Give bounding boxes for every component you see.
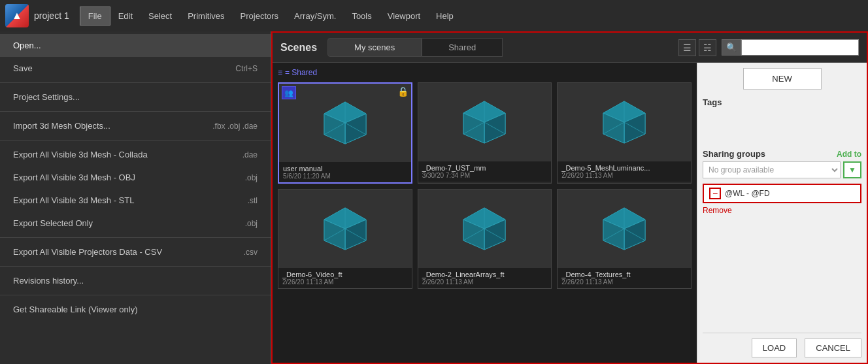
export-csv-label: Export All Visible Projectors Data - CSV	[13, 247, 162, 257]
export-obj-label: Export All Visible 3d Mesh - OBJ	[13, 173, 135, 182]
scene-name-3: _Demo-6_Video_ft	[282, 271, 408, 278]
export-collada-label: Export All Visible 3d Mesh - Collada	[13, 150, 148, 159]
main-layout: Open... Save Ctrl+S Project Settings... …	[0, 31, 868, 364]
scene-name-2: _Demo-5_MeshLuminanc...	[561, 164, 687, 172]
scene-thumb-1	[418, 83, 552, 161]
scene-card-4[interactable]: _Demo-2_LinearArrays_ft 2/26/20 11:13 AM	[418, 189, 552, 289]
group-add-button[interactable]: ▼	[843, 161, 861, 178]
grid-view-button[interactable]: ☵	[699, 39, 716, 56]
scene-date-1: 3/30/20 7:34 PM	[422, 172, 548, 179]
lock-icon-0: 🔒	[397, 86, 409, 97]
list-view-button[interactable]: ☰	[678, 39, 696, 56]
menu-item-import-3d[interactable]: Import 3d Mesh Objects... .fbx .obj .dae	[0, 114, 271, 137]
scene-thumb-0: 👥 🔒	[279, 84, 411, 162]
export-stl-shortcut: .stl	[248, 196, 258, 205]
divider-4	[0, 237, 271, 238]
export-obj-shortcut: .obj	[245, 173, 258, 182]
menu-bar: File Edit Select Primitives Projectors A…	[80, 7, 461, 25]
menu-item-export-stl[interactable]: Export All Visible 3d Mesh - STL .stl	[0, 189, 271, 212]
scene-card-2[interactable]: _Demo-5_MeshLuminanc... 2/26/20 11:13 AM	[557, 82, 692, 184]
sidebar-bottom: LOAD CANCEL	[703, 333, 861, 357]
menu-item-save[interactable]: Save Ctrl+S	[0, 57, 271, 80]
menu-primitives[interactable]: Primitives	[180, 7, 232, 25]
export-stl-label: Export All Visible 3d Mesh - STL	[13, 195, 134, 205]
export-collada-shortcut: .dae	[242, 150, 258, 159]
save-label: Save	[13, 63, 33, 73]
project-settings-label: Project Settings...	[13, 92, 80, 102]
scene-card-5[interactable]: _Demo-4_Textures_ft 2/26/20 11:13 AM	[557, 189, 692, 289]
scene-thumb-5	[558, 190, 691, 268]
cube-svg-2	[598, 96, 650, 148]
group-name-0: @WL - @FD	[725, 189, 770, 198]
group-select[interactable]: No group available	[703, 161, 841, 178]
view-toggle: ☰ ☵	[678, 39, 716, 56]
export-csv-shortcut: .csv	[244, 248, 258, 257]
scene-info-0: user manual 5/6/20 11:20 AM	[279, 162, 411, 182]
scenes-header: Scenes My scenes Shared ☰ ☵ 🔍	[273, 33, 867, 63]
sharing-groups-title-text: Sharing groups	[703, 149, 765, 159]
revisions-label: Revisions history...	[13, 276, 84, 286]
right-sidebar: NEW Tags Sharing groups Add to No group …	[697, 63, 867, 363]
cancel-button[interactable]: CANCEL	[805, 339, 861, 357]
add-to-label: Add to	[837, 150, 861, 159]
divider-6	[0, 295, 271, 295]
scenes-grid-area: ≡ = Shared 👥 🔒	[273, 63, 697, 363]
scene-name-1: _Demo-7_UST_mm	[422, 164, 548, 172]
menu-item-revisions[interactable]: Revisions history...	[0, 269, 271, 292]
tab-shared[interactable]: Shared	[422, 38, 503, 57]
divider-3	[0, 140, 271, 141]
scenes-panel: Scenes My scenes Shared ☰ ☵ 🔍 ≡ = Shared	[271, 31, 868, 364]
menu-help[interactable]: Help	[428, 7, 461, 25]
scene-info-1: _Demo-7_UST_mm 3/30/20 7:34 PM	[418, 161, 552, 182]
menu-item-project-settings[interactable]: Project Settings...	[0, 86, 271, 108]
new-button[interactable]: NEW	[743, 68, 822, 90]
menu-select[interactable]: Select	[141, 7, 180, 25]
app-logo: ▲	[5, 4, 29, 27]
menu-projectors[interactable]: Projectors	[233, 7, 287, 25]
menu-edit[interactable]: Edit	[110, 7, 141, 25]
import-3d-label: Import 3d Mesh Objects...	[13, 121, 110, 131]
scene-info-5: _Demo-4_Textures_ft 2/26/20 11:13 AM	[558, 268, 691, 288]
tags-title: Tags	[703, 97, 861, 107]
search-input[interactable]	[741, 39, 859, 56]
file-dropdown-menu: Open... Save Ctrl+S Project Settings... …	[0, 31, 271, 364]
menu-item-open[interactable]: Open...	[0, 34, 271, 57]
scene-card-0[interactable]: 👥 🔒	[278, 82, 412, 184]
scene-card-1[interactable]: _Demo-7_UST_mm 3/30/20 7:34 PM	[418, 82, 552, 184]
scene-thumb-2	[558, 83, 691, 161]
divider-5	[0, 266, 271, 267]
menu-item-export-collada[interactable]: Export All Visible 3d Mesh - Collada .da…	[0, 143, 271, 166]
tags-area	[703, 110, 861, 141]
menu-item-export-csv[interactable]: Export All Visible Projectors Data - CSV…	[0, 240, 271, 263]
scene-name-0: user manual	[283, 165, 407, 173]
group-item-0: − @WL - @FD	[703, 184, 861, 203]
menu-arraysym[interactable]: Array/Sym.	[286, 7, 344, 25]
menu-file[interactable]: File	[80, 7, 110, 25]
load-button[interactable]: LOAD	[752, 339, 797, 357]
scene-info-3: _Demo-6_Video_ft 2/26/20 11:13 AM	[278, 268, 412, 288]
sharing-groups-header: Sharing groups Add to	[703, 149, 861, 159]
menu-item-export-selected[interactable]: Export Selected Only .obj	[0, 212, 271, 235]
sidebar-scroll: Tags Sharing groups Add to No group avai…	[703, 97, 861, 333]
menu-item-export-obj[interactable]: Export All Visible 3d Mesh - OBJ .obj	[0, 166, 271, 189]
scene-info-4: _Demo-2_LinearArrays_ft 2/26/20 11:13 AM	[418, 268, 552, 288]
menu-viewport[interactable]: Viewport	[380, 7, 428, 25]
scene-date-0: 5/6/20 11:20 AM	[283, 173, 407, 180]
export-selected-label: Export Selected Only	[13, 218, 93, 228]
project-title: project 1	[34, 10, 69, 21]
scene-date-5: 2/26/20 11:13 AM	[561, 278, 687, 286]
group-remove-button[interactable]: −	[709, 188, 721, 199]
scene-date-2: 2/26/20 11:13 AM	[561, 172, 687, 179]
shared-filter-label: ≡ = Shared	[278, 68, 692, 77]
shareable-link-label: Get Shareable Link (Viewer only)	[13, 305, 138, 314]
menu-item-shareable-link[interactable]: Get Shareable Link (Viewer only)	[0, 298, 271, 321]
scene-name-5: _Demo-4_Textures_ft	[561, 271, 687, 278]
cube-svg-1	[458, 96, 510, 148]
search-icon[interactable]: 🔍	[722, 39, 741, 56]
scene-card-3[interactable]: _Demo-6_Video_ft 2/26/20 11:13 AM	[278, 189, 412, 289]
remove-link[interactable]: Remove	[703, 206, 861, 215]
tab-my-scenes[interactable]: My scenes	[327, 38, 422, 57]
scene-thumb-4	[418, 190, 552, 268]
open-label: Open...	[13, 41, 41, 50]
menu-tools[interactable]: Tools	[344, 7, 379, 25]
